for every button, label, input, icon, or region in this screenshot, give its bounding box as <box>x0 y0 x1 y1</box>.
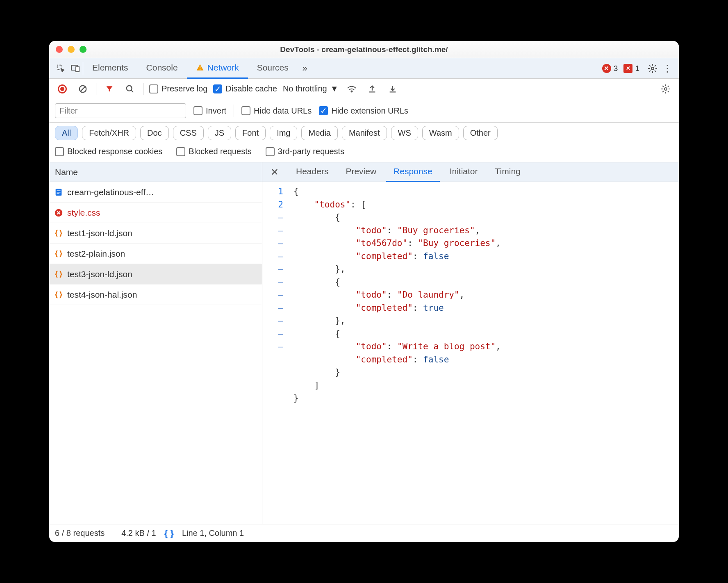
blocked-requests-label: Blocked requests <box>189 147 251 156</box>
divider <box>234 105 234 117</box>
search-icon[interactable] <box>123 82 137 96</box>
error-icon: ✕ <box>602 64 611 73</box>
preserve-log-checkbox[interactable]: Preserve log <box>149 84 207 93</box>
tab-sources[interactable]: Sources <box>248 58 298 79</box>
request-row[interactable]: test2-plain.json <box>49 244 262 264</box>
devtools-window: DevTools - cream-gelatinous-effect.glitc… <box>49 41 679 542</box>
tab-console[interactable]: Console <box>137 58 187 79</box>
panel-gear-icon[interactable] <box>658 82 673 96</box>
device-toolbar-icon[interactable] <box>68 61 83 76</box>
hide-ext-label: Hide extension URLs <box>331 106 408 116</box>
svg-rect-14 <box>57 192 60 192</box>
issue-badge[interactable]: ✕ 1 <box>623 64 639 73</box>
tab-preview[interactable]: Preview <box>338 162 384 182</box>
request-name: test2-plain.json <box>67 249 125 259</box>
detail-tabs: ✕ Headers Preview Response Initiator Tim… <box>262 162 679 182</box>
close-window-button[interactable] <box>56 46 63 53</box>
filter-chip-ws[interactable]: WS <box>391 126 418 140</box>
filter-chip-font[interactable]: Font <box>235 126 266 140</box>
line-gutter: 12––––––––––– <box>262 182 289 524</box>
main-tab-bar: Elements Console Network Sources » ✕ 3 ✕… <box>49 58 679 79</box>
tab-headers[interactable]: Headers <box>289 162 336 182</box>
issue-count: 1 <box>635 64 639 73</box>
error-badge[interactable]: ✕ 3 <box>602 64 618 73</box>
request-row[interactable]: test4-json-hal.json <box>49 285 262 305</box>
filter-chip-fetchxhr[interactable]: Fetch/XHR <box>82 126 136 140</box>
download-icon[interactable] <box>385 82 400 96</box>
file-type-icon <box>54 290 63 299</box>
third-party-label: 3rd-party requests <box>278 147 344 156</box>
tab-elements[interactable]: Elements <box>83 58 137 79</box>
window-title: DevTools - cream-gelatinous-effect.glitc… <box>49 45 679 54</box>
filter-chip-manifest[interactable]: Manifest <box>342 126 387 140</box>
svg-rect-15 <box>57 193 59 194</box>
gear-icon[interactable] <box>645 61 660 76</box>
filter-chip-wasm[interactable]: Wasm <box>422 126 459 140</box>
tab-timing[interactable]: Timing <box>488 162 528 182</box>
invert-label: Invert <box>206 106 226 116</box>
pretty-print-icon[interactable]: { } <box>164 528 174 539</box>
filter-chip-other[interactable]: Other <box>463 126 498 140</box>
invert-checkbox[interactable]: Invert <box>193 106 226 116</box>
status-transfer: 4.2 kB / 1 <box>121 528 156 538</box>
inspect-icon[interactable] <box>53 61 68 76</box>
file-type-icon <box>54 249 63 258</box>
clear-icon[interactable] <box>75 82 90 96</box>
tab-network[interactable]: Network <box>187 58 248 79</box>
request-name: test1-json-ld.json <box>67 228 132 238</box>
filter-chip-all[interactable]: All <box>55 126 78 140</box>
chevron-down-icon: ▼ <box>330 84 339 93</box>
request-name: style.css <box>67 208 100 218</box>
filter-chip-js[interactable]: JS <box>208 126 231 140</box>
throttling-select[interactable]: No throttling▼ <box>283 84 339 93</box>
type-filter-bar: AllFetch/XHRDocCSSJSFontImgMediaManifest… <box>49 123 679 143</box>
filter-chip-doc[interactable]: Doc <box>140 126 169 140</box>
filter-input[interactable] <box>55 103 186 118</box>
more-tabs-icon[interactable]: » <box>298 61 312 76</box>
blocked-cookies-checkbox[interactable]: Blocked response cookies <box>55 147 162 156</box>
file-type-icon <box>54 270 63 279</box>
disable-cache-checkbox[interactable]: ✓Disable cache <box>213 84 277 93</box>
svg-rect-13 <box>57 190 60 191</box>
hide-data-urls-checkbox[interactable]: Hide data URLs <box>241 106 312 116</box>
traffic-lights <box>56 46 86 53</box>
request-row[interactable]: test3-json-ld.json <box>49 264 262 285</box>
svg-rect-4 <box>200 69 200 70</box>
blocked-requests-checkbox[interactable]: Blocked requests <box>176 147 251 156</box>
filter-chip-img[interactable]: Img <box>270 126 297 140</box>
svg-point-10 <box>351 91 352 92</box>
tab-response[interactable]: Response <box>386 162 440 182</box>
maximize-window-button[interactable] <box>80 46 86 53</box>
tab-initiator[interactable]: Initiator <box>442 162 485 182</box>
filter-icon[interactable] <box>102 82 117 96</box>
network-conditions-icon[interactable] <box>344 82 359 96</box>
request-row[interactable]: test1-json-ld.json <box>49 223 262 244</box>
blocked-cookies-label: Blocked response cookies <box>67 147 162 156</box>
request-row[interactable]: style.css <box>49 203 262 223</box>
divider <box>143 83 143 95</box>
close-detail-button[interactable]: ✕ <box>267 165 282 180</box>
svg-rect-3 <box>200 66 200 68</box>
third-party-checkbox[interactable]: 3rd-party requests <box>266 147 344 156</box>
kebab-icon[interactable]: ⋮ <box>660 61 675 76</box>
titlebar: DevTools - cream-gelatinous-effect.glitc… <box>49 41 679 58</box>
error-count: 3 <box>614 64 618 73</box>
request-row[interactable]: cream-gelatinous-eff… <box>49 182 262 203</box>
upload-icon[interactable] <box>365 82 380 96</box>
filter-chip-media[interactable]: Media <box>301 126 337 140</box>
hide-extension-urls-checkbox[interactable]: ✓Hide extension URLs <box>319 106 408 116</box>
svg-point-5 <box>651 67 654 70</box>
filter-chip-css[interactable]: CSS <box>173 126 204 140</box>
throttling-value: No throttling <box>283 84 327 93</box>
record-button[interactable] <box>55 82 70 96</box>
svg-line-7 <box>80 86 86 91</box>
content-area: Name cream-gelatinous-eff…style.csstest1… <box>49 162 679 524</box>
name-column-header[interactable]: Name <box>49 162 262 182</box>
minimize-window-button[interactable] <box>68 46 75 53</box>
issue-icon: ✕ <box>623 64 632 73</box>
response-body[interactable]: 12––––––––––– { "todos": [ { "todo": "Bu… <box>262 182 679 524</box>
status-requests: 6 / 8 requests <box>55 528 105 538</box>
svg-point-11 <box>664 88 667 90</box>
svg-rect-2 <box>76 67 79 72</box>
file-type-icon <box>54 208 63 217</box>
